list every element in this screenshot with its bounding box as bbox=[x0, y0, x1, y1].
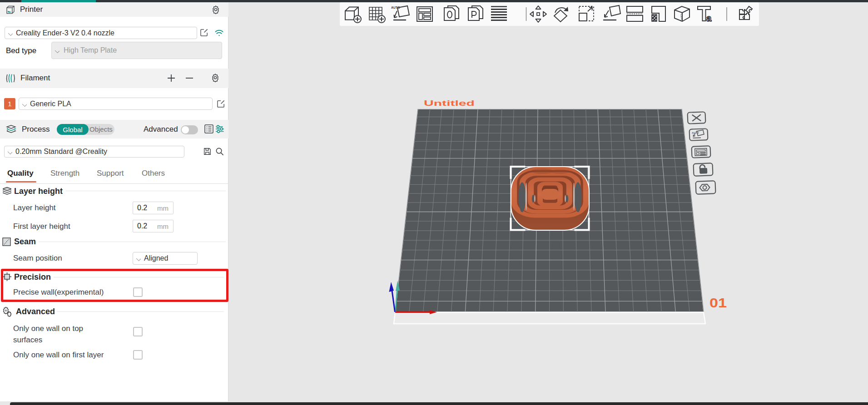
svg-text:a: a bbox=[706, 13, 712, 23]
svg-text:01: 01 bbox=[709, 295, 727, 310]
svg-text:Untitled: Untitled bbox=[424, 99, 475, 108]
